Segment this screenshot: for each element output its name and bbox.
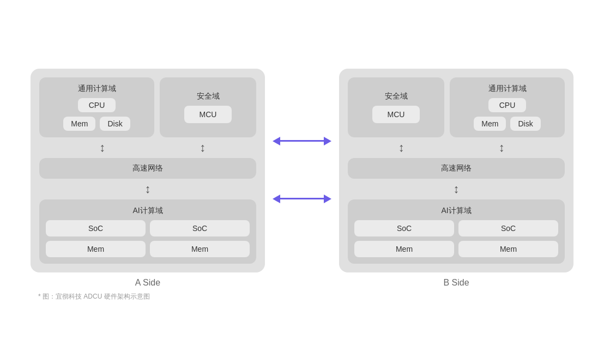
b-down-arrow-left: ↕ [398,142,404,154]
diagram-row: 通用计算域 CPU Mem Disk [16,69,588,288]
b-side-wrapper: 安全域 MCU 通用计算域 CPU Mem [339,69,573,288]
a-mem1-box: Mem [46,241,146,257]
b-mcu-box: MCU [372,106,420,123]
net-arrow-line [280,198,324,199]
a-adcu-box: 通用计算域 CPU Mem Disk [31,69,265,272]
b-top-row: 安全域 MCU 通用计算域 CPU Mem [348,77,565,137]
b-gen-compute-domain: 通用计算域 CPU Mem Disk [450,77,565,137]
b-network-box: 高速网络 [348,158,565,179]
mcu-arrow-right [324,137,331,145]
b-mem-disk-row: Mem Disk [474,117,540,131]
a-v-arrow-2: ↕ [39,183,256,195]
a-mcu-box: MCU [184,106,232,123]
a-side-label: A Side [31,278,265,288]
b-network-title: 高速网络 [441,163,472,173]
mcu-arrow-line [280,140,324,142]
b-mem2-box: Mem [458,241,558,257]
b-side-label: B Side [339,278,573,288]
connector-area [265,137,339,203]
b-ai-title: AI计算域 [441,206,471,216]
a-network-title: 高速网络 [132,163,163,173]
a-ai-grid: SoC SoC Mem Mem [46,220,250,257]
a-network-box: 高速网络 [39,158,256,179]
b-disk-box: Disk [510,117,540,131]
b-v-arrow-right: ↕ [450,142,554,154]
a-side-wrapper: 通用计算域 CPU Mem Disk [31,69,265,288]
a-ai-domain: AI计算域 SoC SoC Mem Mem [39,199,256,264]
net-arrow-right [324,195,331,203]
a-disk-box: Disk [100,117,130,131]
b-ai-domain: AI计算域 SoC SoC Mem Mem [348,199,565,264]
main-container: 通用计算域 CPU Mem Disk [0,58,604,307]
b-adcu-box: 安全域 MCU 通用计算域 CPU Mem [339,69,573,272]
b-down-arrow-right: ↕ [499,142,505,154]
b-safety-title: 安全域 [385,92,408,101]
a-cpu-box: CPU [78,98,116,112]
a-v-arrow-left: ↕ [50,142,154,154]
a-mem-box: Mem [63,117,95,131]
b-soc1-box: SoC [354,220,454,236]
b-gen-compute-title: 通用计算域 [488,84,527,94]
a-safety-title: 安全域 [197,92,220,101]
a-top-row: 通用计算域 CPU Mem Disk [39,77,256,137]
a-down-arrow-mid: ↕ [145,183,151,195]
a-mem2-box: Mem [150,241,250,257]
a-soc2-box: SoC [150,220,250,236]
b-v-arrow-left: ↕ [359,142,444,154]
b-down-arrow-mid: ↕ [454,183,460,195]
a-v-arrows-1: ↕ ↕ [39,142,256,154]
b-mem1-box: Mem [354,241,454,257]
network-connector [273,195,331,203]
a-v-arrow-right: ↕ [160,142,245,154]
footnote-area: * 图：宜彻科技 ADCU 硬件架构示意图 [16,291,588,301]
a-soc1-box: SoC [46,220,146,236]
a-down-arrow-left: ↕ [99,142,105,154]
b-safety-domain: 安全域 MCU [348,77,444,137]
b-mem-box: Mem [474,117,506,131]
b-soc2-box: SoC [458,220,558,236]
footnote-text: * 图：宜彻科技 ADCU 硬件架构示意图 [38,293,150,300]
b-v-arrows-1: ↕ ↕ [348,142,565,154]
mcu-arrow-left [273,137,280,145]
b-ai-grid: SoC SoC Mem Mem [354,220,558,257]
b-cpu-box: CPU [488,98,527,112]
a-gen-compute-title: 通用计算域 [78,84,116,94]
a-mem-disk-row: Mem Disk [63,117,130,131]
a-down-arrow-right: ↕ [200,142,206,154]
a-ai-title: AI计算域 [132,206,162,216]
a-gen-compute-domain: 通用计算域 CPU Mem Disk [39,77,154,137]
a-safety-domain: 安全域 MCU [160,77,256,137]
net-arrow-left [273,195,280,203]
b-v-arrow-2: ↕ [348,183,565,195]
mcu-connector [273,137,331,145]
